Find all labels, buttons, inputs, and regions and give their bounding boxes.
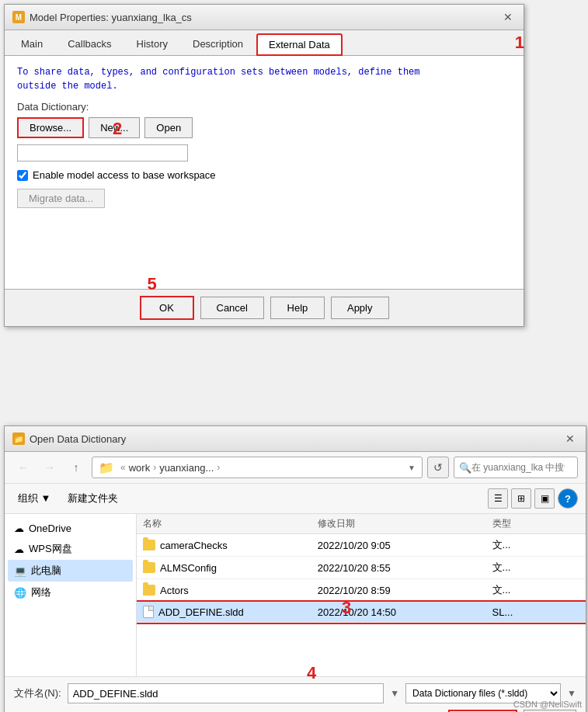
help-button[interactable]: Help: [270, 297, 325, 319]
filename-actors: Actors: [160, 585, 189, 596]
new-folder-button[interactable]: 新建文件夹: [62, 488, 124, 509]
left-item-thispc[interactable]: 💻 此电脑: [8, 560, 133, 582]
workspace-checkbox[interactable]: [17, 170, 28, 181]
org-row: 组织 ▼ 新建文件夹 ☰ ⊞ ▣ ?: [5, 484, 586, 514]
section-label: Data Dictionary:: [17, 101, 511, 113]
onedrive-label: OneDrive: [29, 523, 71, 534]
filetype-add-define: SL...: [492, 606, 579, 618]
search-box: 🔍: [454, 457, 578, 478]
filename-camerachecks: cameraChecks: [160, 540, 228, 551]
view-details-button[interactable]: ⊞: [511, 488, 531, 509]
filename-row: 文件名(N): ▼ Data Dictionary files (*.sldd)…: [14, 683, 576, 703]
folder-icon-actors: [143, 585, 155, 596]
open-close-button[interactable]: ✕: [562, 431, 578, 446]
checkbox-label: Enable model access to base workspace: [33, 169, 216, 181]
refresh-button[interactable]: ↺: [427, 457, 449, 478]
filename-dropdown[interactable]: ▼: [390, 688, 399, 699]
nav-forward-button[interactable]: →: [39, 457, 61, 478]
filedate-camerachecks: 2022/10/20 9:05: [318, 540, 492, 551]
col-name: 名称: [143, 517, 318, 530]
filetype-almsconfig: 文...: [492, 561, 579, 575]
model-icon: M: [12, 11, 25, 23]
help-icon-button[interactable]: ?: [558, 488, 578, 509]
filedate-add-define: 2022/10/20 14:50: [318, 606, 492, 618]
wps-label: WPS网盘: [29, 542, 72, 556]
open-dialog-icon: 📁: [12, 432, 25, 445]
checkbox-row: Enable model access to base workspace: [17, 169, 511, 181]
filedate-actors: 2022/10/20 8:59: [318, 585, 492, 596]
filename-almsconfig: ALMSConfig: [160, 562, 217, 574]
col-date: 修改日期: [318, 517, 492, 530]
left-item-network[interactable]: 🌐 网络: [8, 582, 133, 603]
ok-button[interactable]: OK: [140, 296, 194, 320]
col-type: 类型: [492, 517, 579, 530]
cancel-button[interactable]: Cancel: [200, 297, 264, 319]
nav-toolbar: ← → ↑ 📁 « work › yuanxiang... › ▼ ↺ 🔍: [5, 452, 586, 484]
view-list-button[interactable]: ☰: [488, 488, 508, 509]
network-label: 网络: [31, 585, 51, 599]
view-icons: ☰ ⊞ ▣ ?: [488, 488, 578, 509]
file-icon-add-define: [143, 606, 154, 618]
filetype-dropdown[interactable]: ▼: [567, 688, 576, 699]
filetype-camerachecks: 文...: [492, 538, 579, 552]
nav-up-button[interactable]: ↑: [65, 457, 87, 478]
view-preview-button[interactable]: ▣: [534, 488, 555, 509]
breadcrumb-work: work: [129, 462, 150, 474]
dict-buttons: Browse... New... Open: [17, 117, 511, 138]
tabs-bar: Main Callbacks History Description Exter…: [5, 30, 524, 56]
left-panel: ☁ OneDrive ☁ WPS网盘 💻 此电脑 🌐 网络: [5, 514, 137, 676]
tab-external-data[interactable]: External Data: [256, 33, 343, 56]
tab-history[interactable]: History: [125, 33, 179, 55]
model-titlebar: M Model Properties: yuanxiang_lka_cs ✕: [5, 5, 524, 30]
filename-add-define: ADD_DEFINE.sldd: [158, 606, 244, 618]
breadcrumb[interactable]: 📁 « work › yuanxiang... › ▼: [92, 457, 423, 478]
file-list-header: 名称 修改日期 类型: [137, 514, 586, 534]
tab-callbacks[interactable]: Callbacks: [56, 33, 123, 55]
csdn-watermark: CSDN @NeilSwift: [513, 700, 582, 709]
left-item-onedrive[interactable]: ☁ OneDrive: [8, 519, 133, 538]
file-row-add-define[interactable]: ADD_DEFINE.sldd 2022/10/20 14:50 SL...: [137, 602, 586, 623]
migrate-button[interactable]: Migrate data...: [17, 189, 105, 208]
filetype-actors: 文...: [492, 583, 579, 597]
breadcrumb-arrow2: ›: [217, 462, 220, 473]
model-properties-dialog: M Model Properties: yuanxiang_lka_cs ✕ M…: [4, 4, 524, 327]
tab-description[interactable]: Description: [181, 33, 255, 55]
pc-icon: 💻: [14, 565, 26, 577]
left-item-wps[interactable]: ☁ WPS网盘: [8, 538, 133, 560]
model-title: Model Properties: yuanxiang_lka_cs: [30, 12, 192, 23]
dialog-content: To share data, types, and configuration …: [5, 56, 524, 289]
tab-main[interactable]: Main: [9, 33, 54, 55]
filename-input[interactable]: [68, 683, 384, 703]
search-input[interactable]: [471, 462, 565, 473]
filename-label: 文件名(N):: [14, 686, 61, 700]
file-row-camerachecks[interactable]: cameraChecks 2022/10/20 9:05 文...: [137, 534, 586, 557]
folder-icon-almsconfig: [143, 562, 155, 573]
thispc-label: 此电脑: [31, 564, 61, 578]
open-dialog-title: Open Data Dictionary: [30, 433, 126, 445]
open-button[interactable]: Open: [144, 117, 193, 138]
file-browser: ☁ OneDrive ☁ WPS网盘 💻 此电脑 🌐 网络 名称 修改日期 类型: [5, 514, 586, 677]
new-button[interactable]: New...: [89, 117, 140, 138]
file-row-actors[interactable]: Actors 2022/10/20 8:59 文...: [137, 579, 586, 602]
open-title-left: 📁 Open Data Dictionary: [12, 432, 126, 445]
file-row-almsconfig[interactable]: ALMSConfig 2022/10/20 8:55 文...: [137, 557, 586, 579]
filedate-almsconfig: 2022/10/20 8:55: [318, 562, 492, 574]
organize-button[interactable]: 组织 ▼: [12, 488, 56, 509]
breadcrumb-dropdown[interactable]: ▼: [408, 464, 416, 472]
onedrive-icon: ☁: [14, 523, 24, 534]
nav-back-button[interactable]: ←: [12, 457, 34, 478]
apply-button[interactable]: Apply: [331, 297, 389, 319]
open-data-dialog: 📁 Open Data Dictionary ✕ ← → ↑ 📁 « work …: [4, 425, 586, 712]
open-titlebar: 📁 Open Data Dictionary ✕: [5, 426, 586, 452]
model-close-button[interactable]: ✕: [500, 9, 516, 25]
file-list-area: 名称 修改日期 类型 cameraChecks 2022/10/20 9:05 …: [137, 514, 586, 676]
breadcrumb-yuanxiang: yuanxiang...: [159, 462, 214, 474]
browse-button[interactable]: Browse...: [17, 117, 84, 138]
wps-icon: ☁: [14, 544, 24, 555]
file-dialog-bottom: 文件名(N): ▼ Data Dictionary files (*.sldd)…: [5, 677, 586, 712]
network-icon: 🌐: [14, 587, 26, 599]
folder-icon-camerachecks: [143, 540, 155, 550]
title-left: M Model Properties: yuanxiang_lka_cs: [12, 11, 192, 23]
info-text: To share data, types, and configuration …: [17, 65, 511, 93]
dict-input[interactable]: [17, 144, 188, 162]
